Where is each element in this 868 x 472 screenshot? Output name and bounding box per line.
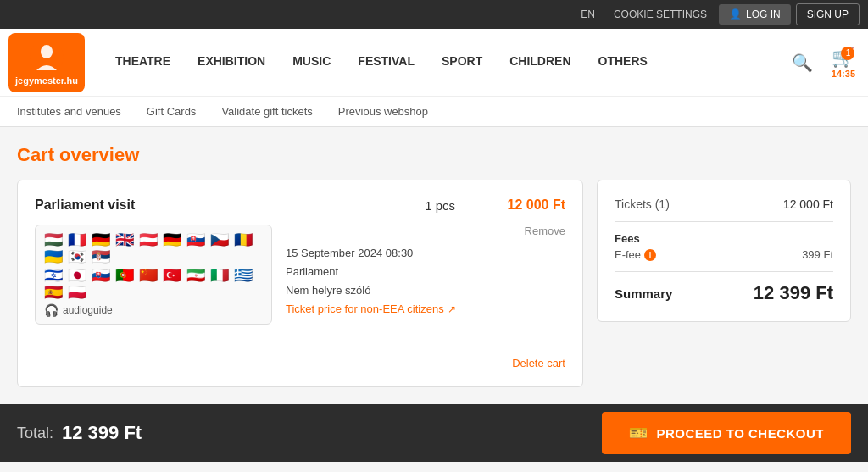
footer-total-value: 12 399 Ft bbox=[62, 422, 142, 444]
info-icon[interactable]: i bbox=[644, 249, 656, 261]
efee-info: E-fee i bbox=[615, 248, 656, 261]
efee-label: E-fee bbox=[615, 248, 641, 261]
footer-total-label: Total: bbox=[17, 425, 53, 442]
flag-sk: 🇸🇰 bbox=[186, 232, 207, 246]
subnav-institutes[interactable]: Institutes and venues bbox=[17, 105, 121, 118]
main-nav: THEATRE EXHIBITION MUSIC FESTIVAL SPORT … bbox=[102, 29, 787, 96]
audioguide-text: audioguide bbox=[63, 304, 113, 316]
flag-rs: 🇷🇸 bbox=[92, 249, 112, 263]
nav-music[interactable]: MUSIC bbox=[279, 29, 344, 96]
delete-cart-button[interactable]: Delete cart bbox=[512, 357, 565, 369]
summary-panel: Tickets (1) 12 000 Ft Fees E-fee i 399 F… bbox=[597, 180, 851, 322]
item-note: Nem helyre szóló bbox=[286, 281, 565, 300]
flag-cz: 🇨🇿 bbox=[210, 232, 231, 246]
flag-cn: 🇨🇳 bbox=[139, 268, 159, 281]
checkout-button[interactable]: 🎫 PROCEED TO CHECKOUT bbox=[602, 412, 851, 454]
header: jegymester.hu THEATRE EXHIBITION MUSIC F… bbox=[0, 29, 868, 97]
checkout-icon: 🎫 bbox=[629, 424, 648, 442]
flag-de2: 🇩🇪 bbox=[163, 232, 183, 246]
flag-kr: 🇰🇷 bbox=[68, 249, 88, 263]
flag-it: 🇮🇹 bbox=[210, 268, 231, 281]
page-content: Cart overview Parliament visit 1 pcs 12 … bbox=[0, 127, 868, 387]
flag-tr: 🇹🇷 bbox=[163, 268, 183, 281]
tickets-label: Tickets (1) bbox=[615, 197, 670, 211]
subnav-gift-cards[interactable]: Gift Cards bbox=[147, 105, 197, 118]
ticket-note[interactable]: Ticket price for non-EEA citizens ↗ bbox=[286, 300, 565, 319]
checkout-label: PROCEED TO CHECKOUT bbox=[656, 426, 824, 441]
search-icon: 🔍 bbox=[792, 53, 813, 72]
login-button[interactable]: 👤 LOG IN bbox=[719, 4, 791, 25]
external-link-icon: ↗ bbox=[448, 301, 456, 318]
signup-button[interactable]: SIGN UP bbox=[796, 3, 860, 25]
nav-sport[interactable]: SPORT bbox=[428, 29, 496, 96]
item-name: Parliament visit bbox=[35, 197, 135, 213]
nav-theatre[interactable]: THEATRE bbox=[102, 29, 184, 96]
flag-ir: 🇮🇷 bbox=[186, 268, 207, 281]
flag-es: 🇪🇸 bbox=[44, 285, 64, 298]
summary-total: Summary 12 399 Ft bbox=[615, 282, 833, 304]
flag-pt: 🇵🇹 bbox=[115, 268, 136, 281]
summary-total-label: Summary bbox=[615, 286, 672, 301]
item-qty: 1 pcs bbox=[425, 198, 455, 213]
audioguide-label: 🎧 audioguide bbox=[44, 303, 263, 317]
flag-hu: 🇭🇺 bbox=[44, 232, 64, 246]
flags-row-1: 🇭🇺 🇫🇷 🇩🇪 🇬🇧 🇦🇹 🇩🇪 🇸🇰 🇨🇿 🇷🇴 🇺🇦 🇰🇷 bbox=[44, 232, 263, 263]
efee-row: E-fee i 399 Ft bbox=[615, 248, 833, 261]
summary-total-value: 12 399 Ft bbox=[754, 282, 833, 304]
summary-tickets-row: Tickets (1) 12 000 Ft bbox=[615, 197, 833, 211]
tickets-value: 12 000 Ft bbox=[783, 197, 833, 211]
flag-ro: 🇷🇴 bbox=[234, 232, 254, 246]
flag-gr: 🇬🇷 bbox=[234, 268, 254, 281]
flag-fr: 🇫🇷 bbox=[68, 232, 88, 246]
logo-icon bbox=[30, 40, 64, 74]
flag-at: 🇦🇹 bbox=[139, 232, 159, 246]
summary-divider-2 bbox=[615, 271, 833, 272]
item-venue: Parliament bbox=[286, 263, 565, 281]
item-date: 15 September 2024 08:30 bbox=[286, 244, 565, 263]
logo[interactable]: jegymester.hu bbox=[8, 33, 85, 92]
footer-bar: Total: 12 399 Ft 🎫 PROCEED TO CHECKOUT bbox=[0, 404, 868, 462]
flags-container: 🇭🇺 🇫🇷 🇩🇪 🇬🇧 🇦🇹 🇩🇪 🇸🇰 🇨🇿 🇷🇴 🇺🇦 🇰🇷 bbox=[35, 225, 272, 325]
svg-point-1 bbox=[41, 45, 53, 58]
flag-pl: 🇵🇱 bbox=[68, 285, 88, 298]
item-price: 12 000 Ft bbox=[489, 197, 565, 213]
cart-card: Parliament visit 1 pcs 12 000 Ft 🇭🇺 🇫🇷 🇩… bbox=[17, 180, 583, 387]
flag-ua: 🇺🇦 bbox=[44, 249, 64, 263]
cart-timer: 14:35 bbox=[832, 69, 855, 79]
nav-others[interactable]: OTHERS bbox=[585, 29, 661, 96]
nav-festival[interactable]: FESTIVAL bbox=[344, 29, 428, 96]
logo-text: jegymester.hu bbox=[15, 75, 78, 86]
cart-button[interactable]: 🛒 1 14:35 bbox=[827, 42, 860, 83]
subnav-validate[interactable]: Validate gift tickets bbox=[221, 105, 312, 118]
flags-row-2: 🇮🇱 🇯🇵 🇸🇰 🇵🇹 🇨🇳 🇹🇷 🇮🇷 🇮🇹 🇬🇷 🇪🇸 🇵🇱 bbox=[44, 268, 263, 298]
header-actions: 🔍 🛒 1 14:35 bbox=[787, 42, 860, 83]
cookie-settings-button[interactable]: COOKIE SETTINGS bbox=[607, 5, 714, 24]
headphone-icon: 🎧 bbox=[44, 303, 58, 317]
user-icon: 👤 bbox=[729, 8, 742, 20]
flag-jp: 🇯🇵 bbox=[68, 268, 88, 281]
page-title: Cart overview bbox=[17, 144, 851, 166]
item-remove-button[interactable]: Remove bbox=[525, 225, 565, 237]
cart-badge: 1 bbox=[841, 47, 854, 60]
flag-sk2: 🇸🇰 bbox=[92, 268, 112, 281]
lang-selector[interactable]: EN bbox=[574, 5, 602, 24]
top-bar: EN COOKIE SETTINGS 👤 LOG IN SIGN UP bbox=[0, 0, 868, 29]
flag-il: 🇮🇱 bbox=[44, 268, 64, 281]
nav-exhibition[interactable]: EXHIBITION bbox=[184, 29, 279, 96]
search-button[interactable]: 🔍 bbox=[787, 48, 817, 77]
cart-layout: Parliament visit 1 pcs 12 000 Ft 🇭🇺 🇫🇷 🇩… bbox=[17, 180, 851, 387]
fees-label: Fees bbox=[615, 232, 833, 245]
subnav-previous[interactable]: Previous webshop bbox=[338, 105, 428, 118]
footer-total: Total: 12 399 Ft bbox=[17, 422, 142, 444]
efee-value: 399 Ft bbox=[802, 248, 833, 261]
summary-divider-1 bbox=[615, 221, 833, 222]
flag-gb: 🇬🇧 bbox=[115, 232, 136, 246]
flag-de: 🇩🇪 bbox=[92, 232, 112, 246]
item-details: 15 September 2024 08:30 Parliament Nem h… bbox=[286, 244, 565, 319]
cart-items: Parliament visit 1 pcs 12 000 Ft 🇭🇺 🇫🇷 🇩… bbox=[17, 180, 583, 387]
delete-cart-row: Delete cart bbox=[35, 348, 565, 369]
nav-children[interactable]: CHILDREN bbox=[496, 29, 584, 96]
sub-nav: Institutes and venues Gift Cards Validat… bbox=[0, 97, 868, 127]
cart-item-header: Parliament visit 1 pcs 12 000 Ft bbox=[35, 197, 565, 213]
item-qty-price: 1 pcs 12 000 Ft bbox=[425, 197, 565, 213]
